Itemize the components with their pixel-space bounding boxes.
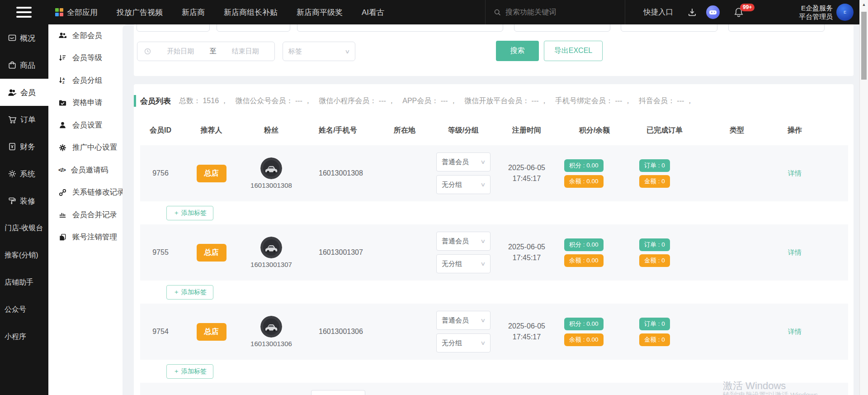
orders-badge: 订单 : 0: [639, 238, 670, 251]
location-cell: [375, 224, 434, 281]
level-group-cell: 普通会员∨ 无分组∨: [434, 224, 493, 281]
submenu-account-cancel[interactable]: 账号注销管理: [48, 226, 123, 249]
top-menu-peer-award[interactable]: 新店商平级奖: [297, 7, 343, 18]
svg-text:Z: Z: [62, 81, 65, 85]
paint-roller-icon: [8, 196, 17, 205]
start-date-placeholder: 开始日期: [151, 47, 210, 56]
detail-link[interactable]: 详情: [788, 169, 802, 178]
tag-select[interactable]: 标签 ∨: [283, 42, 355, 61]
fan-number: 16013001307: [250, 261, 292, 268]
top-menu-all-apps[interactable]: 全部应用: [55, 7, 98, 18]
vertical-scrollbar[interactable]: ▲: [859, 0, 868, 395]
search-button[interactable]: 搜索: [496, 41, 539, 61]
add-tag-button[interactable]: ＋ 添加标签: [166, 206, 213, 220]
level-select[interactable]: 普通会员∨: [436, 232, 491, 251]
submenu-qualification[interactable]: 资格申请: [48, 92, 123, 114]
sidebar-item-distribution[interactable]: 推客(分销): [0, 242, 48, 269]
filter-input-5[interactable]: [621, 24, 717, 32]
location-cell: [375, 304, 434, 360]
top-menu-new-shop[interactable]: 新店商: [182, 7, 205, 18]
type-cell: [701, 224, 773, 281]
chevron-down-icon: ∨: [480, 159, 486, 165]
top-menu-leader-subsidy[interactable]: 新店商组长补贴: [224, 7, 278, 18]
user-avatar[interactable]: E: [836, 4, 854, 21]
member-row: 9755 总店 16013001307 16013001307 普通会员∨ 无分…: [140, 224, 848, 281]
date-range-picker[interactable]: 开始日期 至 结束日期: [137, 42, 275, 61]
sidebar-item-mini-program[interactable]: 小程序: [0, 323, 48, 350]
filter-input-2[interactable]: [217, 24, 290, 32]
add-tag-button[interactable]: ＋ 添加标签: [166, 364, 213, 379]
submenu-promotion-settings[interactable]: 推广中心设置: [48, 137, 123, 159]
global-search[interactable]: [485, 0, 625, 24]
level-select[interactable]: 普通会员∨: [436, 311, 491, 330]
fans-cell: 16013001307: [242, 224, 301, 281]
filter-card: 开始日期 至 结束日期 标签 ∨ 搜索 导出EXCEL: [134, 24, 854, 76]
scrollbar-up-arrow[interactable]: ▲: [860, 0, 868, 9]
hamburger-menu-icon[interactable]: [16, 7, 32, 18]
referrer-cell: 总店: [181, 224, 242, 281]
member-row: 普通会员∨ 无分组∨: [140, 383, 848, 395]
type-cell: [561, 383, 628, 395]
sidebar-item-pos[interactable]: 门店-收银台: [0, 214, 48, 242]
goods-icon: [8, 61, 17, 70]
orders-amount-cell: 订单 : 0 金额 : 0: [628, 145, 701, 201]
referrer-cell: [140, 383, 181, 395]
level-select[interactable]: 普通会员∨: [436, 152, 491, 171]
register-time-cell: 2025-06-05 17:45:17: [493, 145, 561, 201]
action-cell: 详情: [773, 304, 848, 360]
sidebar-item-overview[interactable]: 概况: [0, 24, 48, 52]
group-select[interactable]: 无分组∨: [436, 333, 491, 352]
top-menu-ad-video[interactable]: 投放广告视频: [117, 7, 163, 18]
title-accent-bar: [134, 95, 136, 107]
sort-amount-icon: [58, 54, 67, 62]
link-icon: [58, 188, 67, 197]
scrollbar-thumb[interactable]: [861, 12, 867, 80]
filter-input-4[interactable]: [514, 24, 610, 32]
submenu-member-level[interactable]: 会员等级: [48, 47, 123, 70]
sidebar-item-system[interactable]: 系统: [0, 160, 48, 187]
sidebar-item-finance[interactable]: 财务: [0, 133, 48, 160]
submenu-member-settings[interactable]: 会员设置: [48, 114, 123, 137]
referrer-badge: 总店: [197, 244, 226, 262]
add-tag-button[interactable]: ＋ 添加标签: [166, 285, 213, 300]
register-time-cell: [375, 383, 434, 395]
detail-link[interactable]: 详情: [788, 248, 802, 257]
sidebar-item-members[interactable]: 会员: [0, 79, 48, 106]
sidebar-item-shop-assistant[interactable]: 店铺助手: [0, 269, 48, 296]
filter-input-3[interactable]: [297, 24, 503, 32]
gear-icon: [58, 143, 67, 152]
date-separator: 至: [210, 47, 217, 56]
level-select[interactable]: 普通会员∨: [311, 390, 365, 395]
column-header: 姓名/手机号: [301, 126, 375, 135]
fan-avatar[interactable]: [260, 237, 282, 258]
orders-amount-cell: 订单 : 0 金额 : 0: [628, 224, 701, 281]
sidebar-item-goods[interactable]: 商品: [0, 52, 48, 79]
group-select[interactable]: 无分组∨: [436, 254, 491, 273]
search-input[interactable]: [505, 8, 605, 16]
sidebar-item-official-account[interactable]: 公众号: [0, 296, 48, 323]
column-header: 推荐人: [181, 126, 242, 135]
submenu-relation-log[interactable]: 关系链修改记录: [48, 181, 123, 204]
sort-alpha-icon: AZ: [58, 76, 67, 85]
quick-entry-link[interactable]: 快捷入口: [643, 0, 673, 24]
submenu-merge-log[interactable]: 会员合并记录: [48, 204, 123, 226]
fan-avatar[interactable]: [260, 316, 282, 338]
group-select[interactable]: 无分组∨: [436, 175, 491, 194]
action-cell: 详情: [773, 145, 848, 201]
submenu-all-members[interactable]: 全部会员: [48, 24, 123, 47]
fan-avatar[interactable]: [260, 157, 282, 179]
submenu-invite-code[interactable]: </> 会员邀请码: [48, 159, 123, 181]
detail-link[interactable]: 详情: [788, 328, 802, 336]
sidebar-item-decorate[interactable]: 装修: [0, 187, 48, 214]
export-excel-button[interactable]: 导出EXCEL: [544, 41, 603, 61]
filter-input-6[interactable]: [728, 24, 825, 32]
download-icon[interactable]: [687, 0, 697, 24]
overview-icon: [8, 33, 17, 43]
filter-input-1[interactable]: [137, 24, 210, 32]
sidebar-item-orders[interactable]: 订单: [0, 106, 48, 133]
fans-cell: [181, 383, 242, 395]
top-menu-ai[interactable]: AI看古: [362, 7, 384, 18]
submenu-member-group[interactable]: AZ 会员分组: [48, 69, 123, 92]
balance-badge: 余额 : 0.00: [564, 175, 604, 188]
assistant-robot-icon[interactable]: [706, 0, 720, 24]
